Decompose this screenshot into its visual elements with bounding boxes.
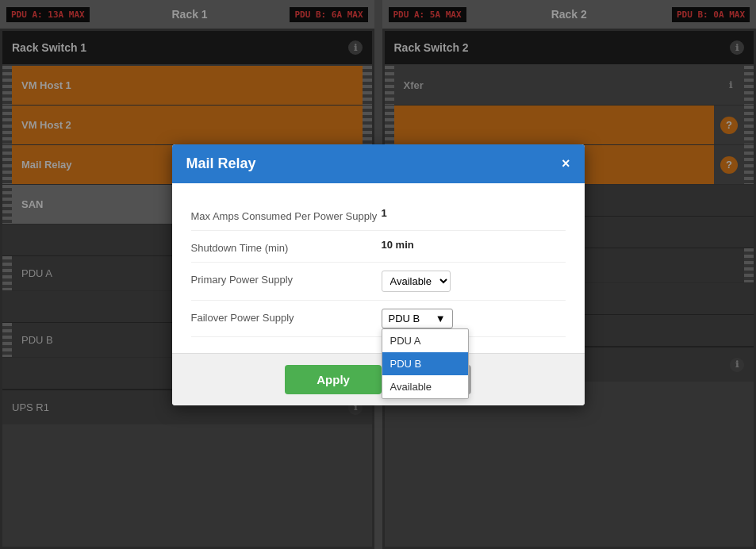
form-row-failover-psu: Failover Power Supply PDU B ▼ PDU A PDU … [191,301,566,337]
failover-psu-dropdown-options: PDU A PDU B Available [382,328,469,399]
failover-psu-select-display[interactable]: PDU B ▼ [382,309,453,328]
modal-header: Mail Relay × [172,144,585,183]
failover-psu-option-pdua[interactable]: PDU A [382,329,468,352]
modal-title: Mail Relay [186,155,256,172]
modal-dialog: Mail Relay × Max Amps Consumed Per Power… [172,144,585,405]
modal-footer: Apply Reset [172,353,585,405]
primary-psu-select[interactable]: Available PDU A PDU B [382,271,451,292]
max-amps-label: Max Amps Consumed Per Power Supply [191,207,382,222]
primary-psu-select-wrapper[interactable]: Available PDU A PDU B [382,271,451,292]
apply-button[interactable]: Apply [285,365,382,394]
failover-psu-dropdown-container: PDU B ▼ PDU A PDU B Available [382,309,453,328]
failover-psu-label: Failover Power Supply [191,309,382,324]
failover-psu-option-pdub[interactable]: PDU B [382,352,468,375]
modal-body: Max Amps Consumed Per Power Supply 1 Shu… [172,183,585,353]
failover-psu-current-value: PDU B [389,313,420,324]
failover-psu-chevron: ▼ [436,313,446,324]
form-row-max-amps: Max Amps Consumed Per Power Supply 1 [191,199,566,231]
modal-close-button[interactable]: × [562,156,570,171]
modal-overlay: Mail Relay × Max Amps Consumed Per Power… [0,0,756,549]
form-row-primary-psu: Primary Power Supply Available PDU A PDU… [191,263,566,301]
failover-psu-option-available[interactable]: Available [382,375,468,398]
form-row-shutdown-time: Shutdown Time (min) 10 min [191,231,566,263]
shutdown-time-label: Shutdown Time (min) [191,239,382,254]
racks-wrapper: PDU A: 13A MAX Rack 1 PDU B: 6A MAX Rack… [0,0,756,549]
primary-psu-label: Primary Power Supply [191,271,382,286]
max-amps-value: 1 [382,207,387,219]
shutdown-time-value: 10 min [382,239,414,251]
